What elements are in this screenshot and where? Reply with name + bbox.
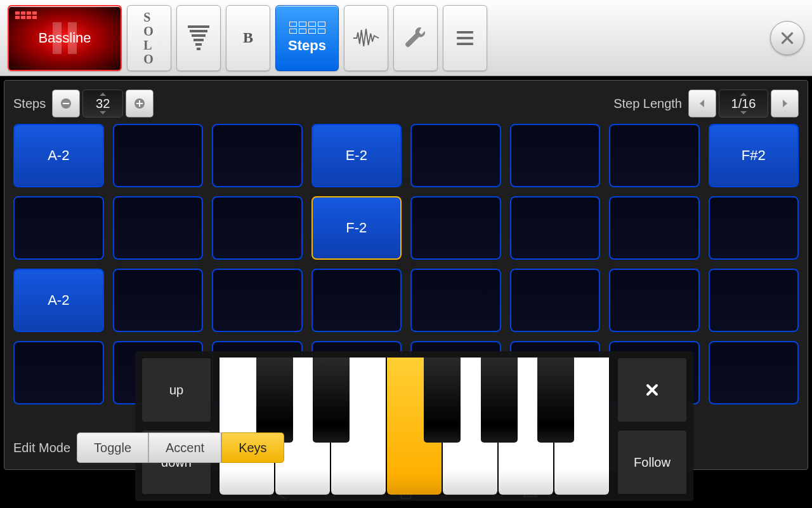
steps-grid-icon: [289, 22, 325, 34]
volume-icon: [188, 25, 209, 50]
svg-rect-0: [457, 31, 473, 34]
step-cell[interactable]: A-2: [13, 269, 104, 332]
keyboard-overlay: up down Follow: [135, 351, 693, 501]
step-cell[interactable]: [13, 196, 104, 260]
step-length-next-button[interactable]: [771, 90, 799, 117]
step-cell[interactable]: [311, 269, 402, 332]
step-cell[interactable]: [709, 269, 799, 332]
step-length-prev-button[interactable]: [688, 90, 716, 117]
piano-keyboard: [219, 358, 610, 495]
svg-rect-4: [63, 103, 69, 104]
step-cell[interactable]: [510, 196, 601, 260]
step-cell[interactable]: [212, 269, 303, 332]
step-cell[interactable]: [212, 124, 303, 187]
steps-minus-button[interactable]: [52, 90, 80, 117]
bassline-button[interactable]: Bassline: [8, 5, 122, 71]
settings-button[interactable]: [393, 5, 438, 71]
mode-accent-button[interactable]: Accent: [148, 432, 221, 463]
step-cell[interactable]: [410, 269, 501, 332]
step-cell[interactable]: [709, 196, 799, 260]
top-toolbar: Bassline SOLO B Steps: [0, 0, 812, 76]
steps-tab-button[interactable]: Steps: [275, 5, 339, 71]
edit-mode-label: Edit Mode: [13, 441, 70, 455]
step-cell[interactable]: [113, 124, 204, 187]
step-cell[interactable]: F#2: [709, 124, 799, 187]
edit-mode-bar: Edit Mode Toggle Accent Keys: [13, 432, 284, 463]
svg-rect-7: [139, 100, 140, 107]
step-cell[interactable]: E-2: [311, 124, 402, 187]
step-cell[interactable]: [709, 341, 799, 404]
step-length-label: Step Length: [613, 97, 682, 111]
steps-label: Steps: [13, 97, 46, 111]
close-button[interactable]: [770, 21, 804, 55]
steps-value[interactable]: 32: [82, 90, 123, 117]
menu-lines-icon: [451, 24, 479, 52]
steps-plus-button[interactable]: [126, 90, 154, 117]
step-cell[interactable]: [410, 124, 501, 187]
bank-b-label: B: [243, 29, 253, 46]
step-cell[interactable]: [113, 196, 204, 260]
black-key[interactable]: [256, 358, 293, 443]
step-cell[interactable]: [510, 124, 601, 187]
step-cell[interactable]: [410, 196, 501, 260]
mode-toggle-button[interactable]: Toggle: [77, 432, 148, 463]
bank-b-button[interactable]: B: [226, 5, 270, 71]
keyboard-close-button[interactable]: [617, 358, 687, 422]
step-cell[interactable]: [212, 196, 303, 260]
volume-button[interactable]: [176, 5, 221, 71]
menu-button[interactable]: [443, 5, 487, 71]
control-row: Steps 32 Step Length 1/16: [13, 86, 799, 121]
step-cell[interactable]: [13, 341, 104, 404]
black-key[interactable]: [313, 358, 350, 443]
step-cell[interactable]: [510, 269, 601, 332]
close-icon: [779, 30, 796, 46]
main-panel: Steps 32 Step Length 1/16 A-2E-2F#2F-2A-…: [4, 80, 808, 470]
mini-grid-icon: [15, 11, 37, 19]
black-key[interactable]: [424, 358, 461, 443]
mode-keys-button[interactable]: Keys: [221, 432, 284, 463]
bassline-label: Bassline: [38, 30, 91, 46]
waveform-icon: [352, 24, 380, 52]
black-key[interactable]: [481, 358, 518, 443]
step-cell[interactable]: [609, 124, 700, 187]
svg-rect-1: [457, 37, 473, 39]
solo-label: SOLO: [143, 10, 155, 66]
step-length-value[interactable]: 1/16: [719, 90, 768, 117]
black-key[interactable]: [537, 358, 574, 443]
keyboard-right-controls: Follow: [617, 358, 687, 495]
wrench-icon: [402, 24, 429, 52]
octave-up-button[interactable]: up: [141, 358, 211, 422]
keyboard-left-controls: up down: [141, 358, 211, 495]
svg-rect-2: [457, 43, 473, 45]
step-cell[interactable]: F-2: [311, 196, 402, 260]
solo-button[interactable]: SOLO: [127, 5, 171, 71]
step-cell[interactable]: [609, 196, 700, 260]
waveform-button[interactable]: [344, 5, 388, 71]
step-cell[interactable]: [609, 269, 700, 332]
step-cell[interactable]: [113, 269, 204, 332]
follow-button[interactable]: Follow: [617, 430, 687, 495]
close-icon: [645, 382, 660, 398]
steps-tab-label: Steps: [288, 37, 326, 54]
step-cell[interactable]: A-2: [13, 124, 104, 187]
